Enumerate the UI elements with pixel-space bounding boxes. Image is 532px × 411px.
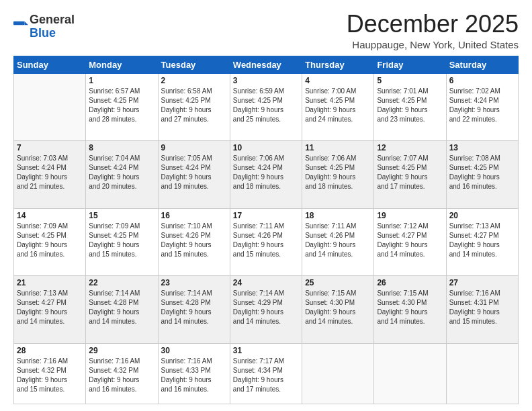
logo: General Blue xyxy=(13,13,75,40)
calendar-cell: 21Sunrise: 7:13 AMSunset: 4:27 PMDayligh… xyxy=(14,276,86,344)
day-detail: Sunrise: 7:17 AMSunset: 4:34 PMDaylight:… xyxy=(233,357,299,394)
logo-general: General xyxy=(30,13,75,26)
calendar-cell: 16Sunrise: 7:10 AMSunset: 4:26 PMDayligh… xyxy=(158,208,230,276)
calendar-cell: 8Sunrise: 7:04 AMSunset: 4:24 PMDaylight… xyxy=(86,141,158,209)
day-number: 9 xyxy=(161,143,227,152)
calendar-cell: 1Sunrise: 6:57 AMSunset: 4:25 PMDaylight… xyxy=(86,73,158,141)
svg-rect-1 xyxy=(13,21,25,25)
calendar-week-5: 28Sunrise: 7:16 AMSunset: 4:32 PMDayligh… xyxy=(14,343,519,404)
day-detail: Sunrise: 7:09 AMSunset: 4:25 PMDaylight:… xyxy=(17,222,83,259)
day-detail: Sunrise: 7:03 AMSunset: 4:24 PMDaylight:… xyxy=(17,154,83,191)
calendar-cell: 23Sunrise: 7:14 AMSunset: 4:28 PMDayligh… xyxy=(158,276,230,344)
day-number: 18 xyxy=(305,211,371,220)
day-detail: Sunrise: 7:12 AMSunset: 4:27 PMDaylight:… xyxy=(377,222,443,259)
day-detail: Sunrise: 7:05 AMSunset: 4:24 PMDaylight:… xyxy=(161,154,227,191)
day-number: 30 xyxy=(161,346,227,355)
day-number: 13 xyxy=(449,143,515,152)
calendar-cell: 3Sunrise: 6:59 AMSunset: 4:25 PMDaylight… xyxy=(230,73,302,141)
header-day-sunday: Sunday xyxy=(14,56,86,73)
day-detail: Sunrise: 7:01 AMSunset: 4:25 PMDaylight:… xyxy=(377,87,443,124)
day-number: 23 xyxy=(161,278,227,287)
day-detail: Sunrise: 6:58 AMSunset: 4:25 PMDaylight:… xyxy=(161,87,227,124)
day-number: 8 xyxy=(89,143,154,152)
day-number: 10 xyxy=(233,143,299,152)
calendar-header-row: SundayMondayTuesdayWednesdayThursdayFrid… xyxy=(14,56,519,73)
day-detail: Sunrise: 7:11 AMSunset: 4:26 PMDaylight:… xyxy=(305,222,371,259)
day-number: 27 xyxy=(449,278,515,287)
calendar-cell: 15Sunrise: 7:09 AMSunset: 4:25 PMDayligh… xyxy=(86,208,158,276)
calendar-cell: 7Sunrise: 7:03 AMSunset: 4:24 PMDaylight… xyxy=(14,141,86,209)
logo-text: General Blue xyxy=(30,13,75,40)
calendar-cell: 6Sunrise: 7:02 AMSunset: 4:24 PMDaylight… xyxy=(446,73,518,141)
calendar-cell: 31Sunrise: 7:17 AMSunset: 4:34 PMDayligh… xyxy=(230,343,302,404)
day-number: 12 xyxy=(377,143,443,152)
day-number: 1 xyxy=(89,76,154,85)
day-number: 26 xyxy=(377,278,443,287)
calendar-cell: 22Sunrise: 7:14 AMSunset: 4:28 PMDayligh… xyxy=(86,276,158,344)
logo-blue: Blue xyxy=(30,26,56,40)
header-day-saturday: Saturday xyxy=(446,56,518,73)
calendar-cell: 29Sunrise: 7:16 AMSunset: 4:32 PMDayligh… xyxy=(86,343,158,404)
day-number: 31 xyxy=(233,346,299,355)
header-day-wednesday: Wednesday xyxy=(230,56,302,73)
calendar-cell xyxy=(446,343,518,404)
day-detail: Sunrise: 7:14 AMSunset: 4:28 PMDaylight:… xyxy=(161,289,227,326)
calendar-cell: 4Sunrise: 7:00 AMSunset: 4:25 PMDaylight… xyxy=(302,73,374,141)
day-detail: Sunrise: 7:06 AMSunset: 4:24 PMDaylight:… xyxy=(233,154,299,191)
location: Hauppauge, New York, United States xyxy=(347,39,519,50)
day-number: 16 xyxy=(161,211,227,220)
day-detail: Sunrise: 7:16 AMSunset: 4:32 PMDaylight:… xyxy=(17,357,83,394)
day-detail: Sunrise: 7:14 AMSunset: 4:28 PMDaylight:… xyxy=(89,289,154,326)
day-number: 21 xyxy=(17,278,83,287)
calendar-cell: 12Sunrise: 7:07 AMSunset: 4:25 PMDayligh… xyxy=(374,141,446,209)
calendar-cell: 9Sunrise: 7:05 AMSunset: 4:24 PMDaylight… xyxy=(158,141,230,209)
title-block: December 2025 Hauppauge, New York, Unite… xyxy=(347,11,519,50)
day-number: 29 xyxy=(89,346,154,355)
calendar-week-3: 14Sunrise: 7:09 AMSunset: 4:25 PMDayligh… xyxy=(14,208,519,276)
day-detail: Sunrise: 7:09 AMSunset: 4:25 PMDaylight:… xyxy=(89,222,154,259)
day-number: 22 xyxy=(89,278,154,287)
calendar-cell xyxy=(14,73,86,141)
calendar-cell: 28Sunrise: 7:16 AMSunset: 4:32 PMDayligh… xyxy=(14,343,86,404)
calendar-cell xyxy=(374,343,446,404)
day-number: 17 xyxy=(233,211,299,220)
day-number: 11 xyxy=(305,143,371,152)
day-number: 2 xyxy=(161,76,227,85)
day-number: 6 xyxy=(449,76,515,85)
day-detail: Sunrise: 7:15 AMSunset: 4:30 PMDaylight:… xyxy=(377,289,443,326)
logo-icon xyxy=(13,19,28,34)
day-detail: Sunrise: 7:08 AMSunset: 4:25 PMDaylight:… xyxy=(449,154,515,191)
calendar-cell xyxy=(302,343,374,404)
calendar-cell: 27Sunrise: 7:16 AMSunset: 4:31 PMDayligh… xyxy=(446,276,518,344)
calendar-cell: 5Sunrise: 7:01 AMSunset: 4:25 PMDaylight… xyxy=(374,73,446,141)
day-number: 20 xyxy=(449,211,515,220)
day-detail: Sunrise: 7:14 AMSunset: 4:29 PMDaylight:… xyxy=(233,289,299,326)
calendar-cell: 25Sunrise: 7:15 AMSunset: 4:30 PMDayligh… xyxy=(302,276,374,344)
calendar-cell: 17Sunrise: 7:11 AMSunset: 4:26 PMDayligh… xyxy=(230,208,302,276)
calendar-cell: 26Sunrise: 7:15 AMSunset: 4:30 PMDayligh… xyxy=(374,276,446,344)
day-detail: Sunrise: 7:13 AMSunset: 4:27 PMDaylight:… xyxy=(17,289,83,326)
calendar-cell: 30Sunrise: 7:16 AMSunset: 4:33 PMDayligh… xyxy=(158,343,230,404)
calendar-week-2: 7Sunrise: 7:03 AMSunset: 4:24 PMDaylight… xyxy=(14,141,519,209)
day-detail: Sunrise: 7:16 AMSunset: 4:31 PMDaylight:… xyxy=(449,289,515,326)
day-detail: Sunrise: 6:57 AMSunset: 4:25 PMDaylight:… xyxy=(89,87,154,124)
header-day-monday: Monday xyxy=(86,56,158,73)
calendar-week-1: 1Sunrise: 6:57 AMSunset: 4:25 PMDaylight… xyxy=(14,73,519,141)
header-day-tuesday: Tuesday xyxy=(158,56,230,73)
calendar-cell: 2Sunrise: 6:58 AMSunset: 4:25 PMDaylight… xyxy=(158,73,230,141)
day-number: 7 xyxy=(17,143,83,152)
day-detail: Sunrise: 7:11 AMSunset: 4:26 PMDaylight:… xyxy=(233,222,299,259)
calendar-cell: 18Sunrise: 7:11 AMSunset: 4:26 PMDayligh… xyxy=(302,208,374,276)
day-number: 3 xyxy=(233,76,299,85)
day-detail: Sunrise: 7:04 AMSunset: 4:24 PMDaylight:… xyxy=(89,154,154,191)
day-detail: Sunrise: 7:16 AMSunset: 4:33 PMDaylight:… xyxy=(161,357,227,394)
day-number: 4 xyxy=(305,76,371,85)
day-detail: Sunrise: 7:07 AMSunset: 4:25 PMDaylight:… xyxy=(377,154,443,191)
month-title: December 2025 xyxy=(347,11,519,38)
day-number: 24 xyxy=(233,278,299,287)
day-detail: Sunrise: 7:10 AMSunset: 4:26 PMDaylight:… xyxy=(161,222,227,259)
calendar-cell: 13Sunrise: 7:08 AMSunset: 4:25 PMDayligh… xyxy=(446,141,518,209)
header: General Blue December 2025 Hauppauge, Ne… xyxy=(13,11,519,50)
svg-marker-0 xyxy=(25,21,29,25)
day-detail: Sunrise: 7:16 AMSunset: 4:32 PMDaylight:… xyxy=(89,357,154,394)
